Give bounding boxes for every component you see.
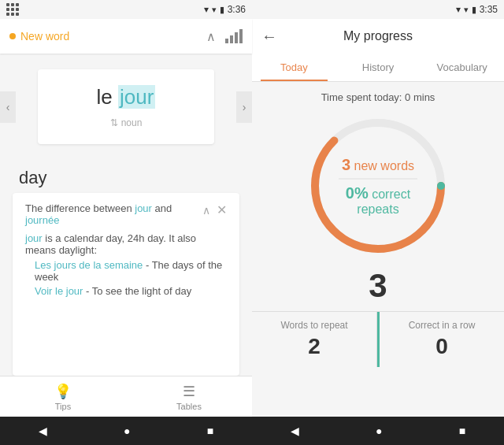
words-to-repeat-box: Words to repeat 2 <box>252 312 377 367</box>
next-word-button[interactable]: › <box>236 91 252 123</box>
tooltip-body: jour is a calendar day, 24h day. It also… <box>25 232 227 297</box>
status-bar-left: ▾ ▾ ▮ 3:36 <box>0 0 252 19</box>
word-article: le <box>97 85 118 109</box>
tab-history[interactable]: History <box>336 54 421 81</box>
left-panel: ▾ ▾ ▮ 3:36 New word ∧ ‹ le jour <box>0 0 252 445</box>
right-panel: ▾ ▾ ▮ 3:35 ← My progress Today History V… <box>252 0 504 445</box>
word-highlight: jour <box>118 85 155 109</box>
correct-stat: 0% correct repeats <box>323 184 433 217</box>
signal-icon-right: ▾ <box>464 5 469 15</box>
progress-circle: 3 new words 0% correct repeats <box>303 111 453 261</box>
circle-info: 3 new words 0% correct repeats <box>323 156 433 217</box>
tab-today[interactable]: Today <box>252 54 336 81</box>
tooltip-body-text: is a calendar day, 24h day. It also mean… <box>25 232 196 256</box>
word-translation: day <box>0 160 252 193</box>
big-number: 3 <box>369 267 387 305</box>
tooltip-title-mid: and <box>152 202 172 214</box>
wifi-icon: ▾ <box>204 4 209 15</box>
back-button-right[interactable]: ← <box>261 28 277 46</box>
minimize-icon[interactable]: ∧ <box>202 204 210 217</box>
progress-content: Time spent today: 0 mins 3 new words 0% <box>252 82 504 417</box>
battery-icon-right: ▮ <box>472 5 476 15</box>
back-button-right-nav[interactable]: ◀ <box>291 425 299 437</box>
page-title: My progress <box>284 29 472 43</box>
grid-icon <box>6 3 19 16</box>
status-bar-right: ▾ ▾ ▮ 3:35 <box>252 0 504 19</box>
prev-word-button[interactable]: ‹ <box>0 91 16 123</box>
top-bar-left: New word ∧ <box>0 19 252 54</box>
bottom-tabs-left: 💡 Tips ☰ Tables <box>0 376 252 417</box>
tooltip-card: The difference between jour and journée … <box>13 193 239 376</box>
android-nav-right: ◀ ● ■ <box>252 417 504 445</box>
new-word-label: New word <box>9 30 69 43</box>
example-2: Voir le jour - To see the light of day <box>25 285 227 297</box>
tips-icon: 💡 <box>54 383 72 400</box>
chevron-up-icon[interactable]: ∧ <box>206 29 216 44</box>
tooltip-highlight-word: jour <box>25 232 43 244</box>
status-time-left: 3:36 <box>228 4 246 15</box>
wifi-icon-right: ▾ <box>456 4 461 15</box>
new-words-stat: 3 new words <box>323 156 433 174</box>
word-card: le jour ⇅ noun <box>38 69 214 144</box>
example-1: Les jours de la semaine - The days of th… <box>25 259 227 283</box>
tooltip-header: The difference between jour and journée … <box>25 202 227 226</box>
word-type: ⇅ noun <box>110 117 143 128</box>
recents-button-left[interactable]: ■ <box>207 425 213 437</box>
android-nav-left: ◀ ● ■ <box>0 417 252 445</box>
top-bar-right-icons: ∧ <box>206 29 243 44</box>
back-button-left[interactable]: ◀ <box>39 425 47 437</box>
status-time-right: 3:35 <box>480 4 498 15</box>
word-type-icon: ⇅ <box>110 117 118 128</box>
signal-icon: ▾ <box>212 5 217 15</box>
tables-icon: ☰ <box>183 383 195 400</box>
tooltip-actions: ∧ ✕ <box>202 202 227 217</box>
close-icon[interactable]: ✕ <box>217 202 227 217</box>
stats-row: Words to repeat 2 Correct in a row 0 <box>252 311 504 367</box>
tooltip-word2: journée <box>25 214 59 226</box>
tabs-bar: Today History Vocabulary <box>252 54 504 82</box>
bar-chart-icon[interactable] <box>225 29 243 43</box>
tooltip-title: The difference between jour and journée <box>25 202 202 226</box>
home-button-left[interactable]: ● <box>124 425 130 437</box>
word-display: le jour <box>97 85 156 109</box>
tab-vocabulary[interactable]: Vocabulary <box>420 54 504 81</box>
correct-in-row-box: Correct in a row 0 <box>377 312 504 367</box>
orange-dot-icon <box>9 33 16 39</box>
tab-tables[interactable]: ☰ Tables <box>126 376 252 417</box>
tooltip-word1: jour <box>135 202 152 214</box>
tab-tips[interactable]: 💡 Tips <box>0 376 126 417</box>
recents-button-right-nav[interactable]: ■ <box>459 425 465 437</box>
home-button-right-nav[interactable]: ● <box>376 425 382 437</box>
circle-divider <box>339 179 417 180</box>
time-spent: Time spent today: 0 mins <box>321 91 435 103</box>
battery-icon: ▮ <box>220 5 224 15</box>
top-bar-right: ← My progress <box>252 19 504 54</box>
tooltip-title-before: The difference between <box>25 202 135 214</box>
